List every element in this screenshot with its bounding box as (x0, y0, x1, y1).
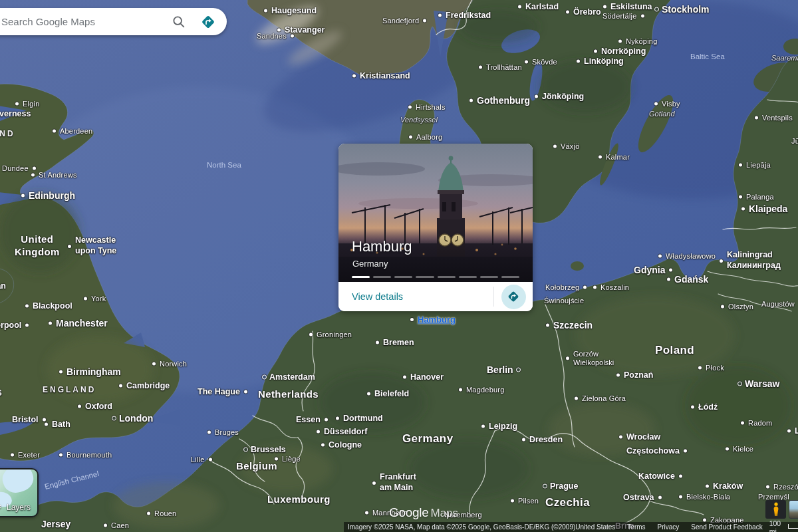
layers-thumbnail-water (0, 468, 37, 496)
directions-icon (200, 14, 216, 30)
footer-links: United StatesTermsPrivacySend Product Fe… (575, 523, 762, 531)
carousel-dash (394, 276, 412, 278)
place-title: Hamburg (352, 238, 412, 255)
pegman-control[interactable] (765, 500, 786, 519)
map-scale: 100 mi (769, 519, 798, 532)
directions-button-circle (501, 285, 526, 309)
directions-icon (507, 290, 520, 303)
footer-attribution-bar: Imagery ©2025 NASA, Map data ©2025 Googl… (344, 522, 798, 532)
footer-link-privacy[interactable]: Privacy (658, 523, 680, 531)
layers-label: Layers (7, 503, 31, 512)
layers-button[interactable]: Layers (0, 468, 39, 517)
place-card: Hamburg Germany View details (338, 144, 533, 311)
carousel-dash (416, 276, 434, 278)
scale-bar (788, 524, 798, 529)
carousel-dash (373, 276, 391, 278)
carousel-dash (352, 276, 370, 278)
footer-link-terms[interactable]: Terms (627, 523, 645, 531)
search-button[interactable] (164, 8, 194, 35)
scale-label: 100 mi (769, 519, 785, 532)
imagery-thumbnail[interactable] (789, 500, 798, 519)
layers-stack-icon (0, 502, 3, 511)
place-subtitle: Germany (352, 259, 388, 269)
search-input[interactable] (0, 15, 164, 28)
directions-button[interactable] (194, 8, 223, 35)
carousel-dash (501, 276, 519, 278)
carousel-dash (480, 276, 498, 278)
photo-shade (338, 229, 533, 282)
search-icon (172, 15, 186, 29)
view-details-link[interactable]: View details (352, 291, 493, 302)
pegman-icon (771, 502, 781, 517)
carousel-dash (438, 276, 456, 278)
carousel-dash (459, 276, 477, 278)
photo-carousel-indicator[interactable] (352, 276, 519, 278)
place-card-footer: View details (338, 282, 533, 311)
footer-link-send-product-feedback[interactable]: Send Product Feedback (691, 523, 762, 531)
search-bar[interactable] (0, 8, 227, 35)
map-canvas[interactable]: HaugesundStavangerSandnesSandefjordFredr… (0, 0, 798, 532)
footer-link-united-states[interactable]: United States (575, 523, 615, 531)
place-directions-button[interactable] (494, 282, 533, 311)
place-photo[interactable]: Hamburg Germany (338, 144, 533, 282)
imagery-attribution: Imagery ©2025 NASA, Map data ©2025 Googl… (348, 523, 575, 531)
